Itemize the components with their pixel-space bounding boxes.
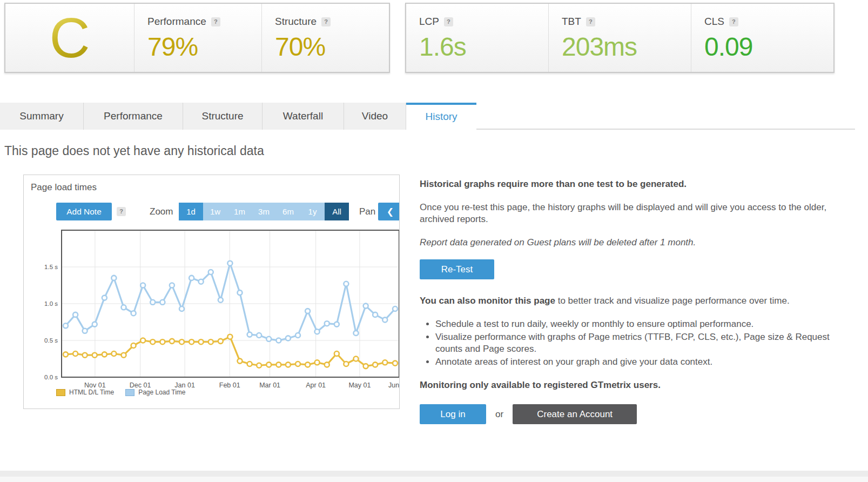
svg-text:1.0 s: 1.0 s [44, 300, 58, 307]
html-dl-time-swatch [56, 389, 65, 396]
chart-legend: HTML D/L Time Page Load Time [56, 389, 193, 396]
svg-text:Apr 01: Apr 01 [306, 381, 326, 389]
zoom-6m-button[interactable]: 6m [276, 203, 300, 220]
re-test-button[interactable]: Re-Test [420, 259, 494, 279]
or-label: or [495, 409, 503, 420]
help-icon[interactable]: ? [321, 17, 331, 26]
page-load-times-chart: 0.0 s0.5 s1.0 s1.5 sNov 01Dec 01Jan 01Fe… [28, 228, 400, 390]
tbt-value: 203ms [562, 32, 691, 62]
help-icon[interactable]: ? [444, 17, 453, 26]
cls-cell: CLS ? 0.09 [691, 4, 833, 72]
pan-left-button[interactable]: ❮ [378, 203, 400, 220]
svg-text:Jan 01: Jan 01 [174, 381, 195, 389]
performance-label: Performance [147, 16, 206, 28]
tab-waterfall[interactable]: Waterfall [263, 103, 344, 130]
legend-item-html-dl-time: HTML D/L Time [56, 389, 114, 396]
cls-value: 0.09 [704, 32, 833, 62]
zoom-1w-button[interactable]: 1w [203, 203, 227, 220]
monitoring-note: Monitoring only available to registered … [420, 379, 836, 391]
tab-video[interactable]: Video [344, 103, 406, 130]
zoom-1d-button[interactable]: 1d [179, 203, 203, 220]
pan-label: Pan [359, 206, 375, 217]
svg-text:Dec 01: Dec 01 [130, 381, 151, 389]
page-title: This page does not yet have any historic… [4, 144, 264, 158]
grade-cell: C [5, 4, 134, 72]
legend-item-page-load-time: Page Load Time [125, 389, 185, 396]
web-vitals-box: LCP ? 1.6s TBT ? 203ms CLS ? 0.09 [405, 3, 835, 73]
create-account-button[interactable]: Create an Account [513, 404, 637, 424]
svg-text:0.5 s: 0.5 s [44, 337, 58, 344]
list-item: Schedule a test to run daily, weekly or … [435, 318, 836, 330]
tbt-label: TBT [562, 16, 581, 28]
auth-buttons-row: Log in or Create an Account [420, 404, 836, 424]
tab-performance[interactable]: Performance [84, 103, 183, 130]
chevron-left-icon: ❮ [387, 207, 394, 216]
help-icon[interactable]: ? [211, 17, 220, 26]
monitor-benefits-list: Schedule a test to run daily, weekly or … [435, 318, 836, 368]
svg-text:1.5 s: 1.5 s [44, 264, 58, 270]
history-chart-panel: Page load times Add Note ? Zoom 1d 1w 1m… [23, 175, 400, 409]
structure-score-cell: Structure ? 70% [262, 4, 389, 72]
svg-text:Nov 01: Nov 01 [84, 381, 106, 389]
help-icon[interactable]: ? [729, 17, 738, 26]
tbt-cell: TBT ? 203ms [549, 4, 691, 72]
help-icon[interactable]: ? [117, 207, 126, 216]
performance-value: 79% [147, 32, 261, 62]
page-load-time-swatch [125, 389, 134, 396]
footer-background [0, 477, 868, 482]
svg-text:0.0 s: 0.0 s [44, 374, 58, 380]
info-retest-text: Once you re-test this page, the history … [420, 202, 836, 225]
cls-label: CLS [704, 16, 724, 28]
help-icon[interactable]: ? [586, 17, 595, 26]
zoom-1m-button[interactable]: 1m [227, 203, 252, 220]
lcp-value: 1.6s [419, 32, 548, 62]
structure-label: Structure [275, 16, 317, 28]
zoom-3m-button[interactable]: 3m [252, 203, 276, 220]
svg-text:Jun 01: Jun 01 [388, 381, 400, 389]
log-in-button[interactable]: Log in [420, 404, 486, 424]
info-bold-intro: Historical graphs require more than one … [420, 178, 836, 190]
lcp-cell: LCP ? 1.6s [406, 4, 549, 72]
tab-summary[interactable]: Summary [0, 103, 84, 130]
list-item: Annotate areas of interest on your graph… [435, 356, 836, 368]
zoom-range-group: 1d 1w 1m 3m 6m 1y All [179, 203, 349, 220]
zoom-all-button[interactable]: All [325, 203, 349, 220]
grade-scores-box: C Performance ? 79% Structure ? 70% [4, 3, 390, 73]
list-item: Visualize performance with graphs of Pag… [435, 331, 836, 355]
chart-title: Page load times [31, 182, 97, 193]
monitor-paragraph: You can also monitor this page to better… [420, 295, 836, 307]
footer-divider [0, 471, 868, 477]
svg-text:Feb 01: Feb 01 [219, 381, 240, 389]
zoom-range-label: Zoom [150, 206, 173, 217]
zoom-1y-button[interactable]: 1y [300, 203, 325, 220]
lcp-label: LCP [419, 16, 439, 28]
history-info-column: Historical graphs require more than one … [420, 178, 836, 424]
structure-value: 70% [275, 32, 389, 62]
info-guest-note: Report data generated on Guest plans wil… [420, 237, 836, 249]
performance-score-cell: Performance ? 79% [134, 4, 262, 72]
gtmetrix-grade: C [49, 10, 90, 66]
svg-text:May 01: May 01 [348, 381, 371, 389]
svg-text:Mar 01: Mar 01 [259, 381, 280, 389]
tab-history[interactable]: History [406, 103, 476, 130]
report-tabbar: Summary Performance Structure Waterfall … [0, 103, 855, 130]
add-note-button[interactable]: Add Note [56, 203, 112, 220]
tab-structure[interactable]: Structure [183, 103, 263, 130]
